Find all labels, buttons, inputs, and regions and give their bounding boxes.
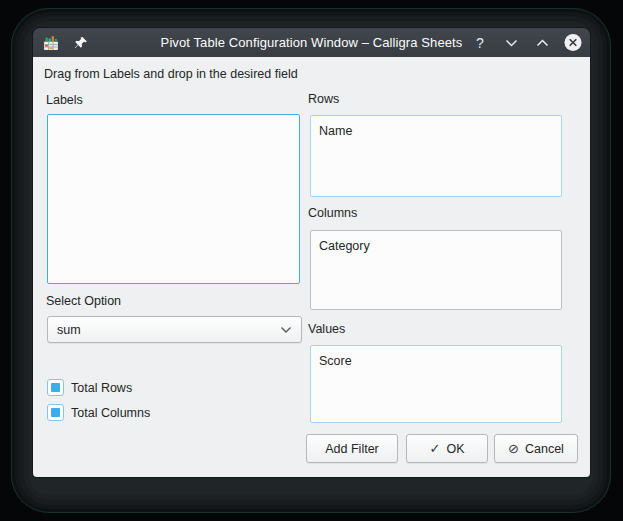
checkbox-indicator xyxy=(51,383,60,392)
chevron-down-icon xyxy=(505,38,518,48)
titlebar[interactable]: Pivot Table Configuration Window – Calli… xyxy=(33,28,590,57)
add-filter-button[interactable]: Add Filter xyxy=(306,434,398,463)
drag-hint-text: Drag from Labels and drop in the desired… xyxy=(44,67,298,81)
cancel-label: Cancel xyxy=(525,442,564,456)
close-icon xyxy=(564,33,582,52)
ok-button[interactable]: ✓ OK xyxy=(406,434,488,463)
pin-icon[interactable] xyxy=(74,36,88,50)
add-filter-label: Add Filter xyxy=(325,442,379,456)
calligra-sheets-app-icon xyxy=(42,34,60,52)
labels-listbox[interactable] xyxy=(47,114,300,284)
rows-section-label: Rows xyxy=(308,92,339,106)
labels-section-label: Labels xyxy=(46,93,83,107)
columns-listbox[interactable]: Category xyxy=(310,230,562,310)
maximize-button[interactable] xyxy=(533,34,551,52)
total-columns-label: Total Columns xyxy=(71,406,150,420)
dialog-content: Drag from Labels and drop in the desired… xyxy=(33,57,590,477)
minimize-button[interactable] xyxy=(502,34,520,52)
total-rows-checkbox[interactable]: Total Rows xyxy=(47,379,132,396)
chevron-up-icon xyxy=(536,38,549,48)
chevron-down-icon xyxy=(280,326,292,334)
checkbox-indicator xyxy=(51,408,60,417)
list-item[interactable]: Category xyxy=(319,238,553,255)
aggregate-select-value: sum xyxy=(57,323,81,337)
check-icon: ✓ xyxy=(430,441,441,456)
checkbox-icon xyxy=(47,404,64,421)
values-listbox[interactable]: Score xyxy=(310,345,562,423)
close-button[interactable] xyxy=(564,34,582,52)
help-button[interactable]: ? xyxy=(471,34,489,52)
ok-label: OK xyxy=(446,442,464,456)
help-icon: ? xyxy=(476,35,484,51)
total-columns-checkbox[interactable]: Total Columns xyxy=(47,404,150,421)
dialog-window: Pivot Table Configuration Window – Calli… xyxy=(33,28,590,477)
titlebar-controls: ? xyxy=(471,28,582,57)
cancel-button[interactable]: ⊘ Cancel xyxy=(494,434,578,463)
values-section-label: Values xyxy=(308,322,345,336)
list-item[interactable]: Score xyxy=(319,353,553,370)
aggregate-select[interactable]: sum xyxy=(47,316,302,343)
rows-listbox[interactable]: Name xyxy=(310,115,562,197)
list-item[interactable]: Name xyxy=(319,123,553,140)
columns-section-label: Columns xyxy=(308,206,357,220)
select-option-label: Select Option xyxy=(46,294,121,308)
total-rows-label: Total Rows xyxy=(71,381,132,395)
cancel-slash-icon: ⊘ xyxy=(508,441,519,456)
checkbox-icon xyxy=(47,379,64,396)
